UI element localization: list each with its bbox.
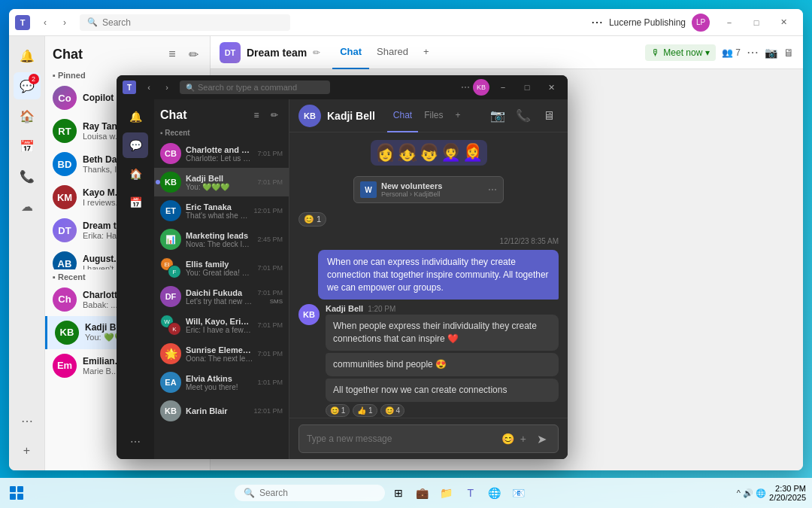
taskbar-taskview[interactable]: ⊞ [388, 482, 409, 503]
sidebar-item-calendar[interactable]: 📅 [14, 132, 41, 160]
taskbar-teams2[interactable]: T [460, 482, 481, 503]
dark-message-input[interactable] [307, 433, 495, 444]
chat-preview: You: Great idea! Let's go ahead and sche… [186, 269, 253, 277]
recv-avatar: KB [298, 304, 320, 325]
dark-minimize-button[interactable]: − [492, 79, 514, 96]
word-icon: W [360, 181, 377, 198]
emoji-icon[interactable]: 😊 [501, 433, 514, 445]
dark-new-chat-icon[interactable]: ✏ [266, 107, 283, 123]
sidebar-item-more[interactable]: ⋯ [14, 407, 41, 434]
tab-chat[interactable]: Chat [332, 36, 369, 69]
list-item[interactable]: CB Charlotte and Babak Charlotte: Let us… [154, 139, 289, 168]
dark-sidebar-more[interactable]: ⋯ [123, 429, 148, 455]
chat-name: Marketing leads [186, 231, 253, 240]
list-item[interactable]: KB Karin Blair 12:01 PM [154, 397, 289, 425]
tab-shared[interactable]: Shared [369, 36, 416, 69]
chat-panel-title: Chat [53, 47, 83, 62]
list-item[interactable]: EA Elvia Atkins Meet you there! 1:01 PM [154, 368, 289, 397]
sidebar-item-apps[interactable]: + [14, 437, 41, 464]
close-button[interactable]: ✕ [770, 12, 797, 33]
minimize-button[interactable]: − [716, 12, 743, 33]
dark-user-avatar[interactable]: KB [473, 79, 489, 96]
list-item[interactable]: 📊 Marketing leads Nova: The deck looks g… [154, 225, 289, 254]
back-button[interactable]: ‹ [36, 14, 54, 32]
sidebar-item-chat[interactable]: 💬 2 [14, 72, 41, 99]
list-item[interactable]: W K Will, Kayo, Eric, +4 Eric: I have a … [154, 311, 289, 339]
chat-info: Marketing leads Nova: The deck looks gre… [186, 231, 253, 248]
dark-video-icon[interactable]: 📷 [488, 106, 508, 126]
dark-maximize-button[interactable]: □ [517, 79, 538, 96]
taskbar-edge[interactable]: 🌐 [484, 482, 505, 503]
dark-sidebar-calendar[interactable]: 📅 [123, 190, 148, 215]
start-button[interactable] [6, 482, 27, 503]
chat-info: Will, Kayo, Eric, +4 Eric: I have a few … [186, 317, 253, 334]
meet-chevron-icon: ▾ [705, 47, 710, 58]
taskbar-search[interactable]: 🔍 [235, 485, 385, 501]
dark-sidebar-teams[interactable]: 🏠 [123, 161, 148, 187]
maximize-button[interactable]: □ [743, 12, 770, 33]
taskbar-explorer[interactable]: 📁 [436, 482, 457, 503]
search-input[interactable] [102, 17, 253, 28]
taskbar-teams[interactable]: 💼 [412, 482, 433, 503]
dark-chat-list: Chat ≡ ✏ ▪ Recent CB Charlotte and Babak… [154, 99, 289, 459]
dark-filter-icon[interactable]: ≡ [248, 107, 265, 123]
new-chat-icon[interactable]: ✏ [184, 45, 202, 63]
search-bar[interactable]: 🔍 [80, 14, 290, 31]
participants-count[interactable]: 👥 7 [722, 47, 741, 58]
dark-search-bar[interactable]: 🔍 [180, 81, 330, 94]
dark-tab-add[interactable]: + [450, 99, 467, 132]
avatar: KB [160, 172, 181, 193]
meet-now-button[interactable]: 🎙 Meet now ▾ [645, 44, 716, 61]
send-button[interactable]: ➤ [532, 430, 550, 448]
dark-sidebar-activity[interactable]: 🔔 [123, 104, 148, 129]
dark-more-icon[interactable]: ⋯ [461, 82, 470, 93]
tab-add[interactable]: + [416, 36, 437, 69]
add-icon[interactable]: + [520, 433, 526, 445]
sidebar-item-calls[interactable]: 📞 [14, 163, 41, 190]
more-options-icon[interactable]: ⋯ [747, 45, 759, 59]
card-more-icon[interactable]: ⋯ [488, 184, 497, 195]
reaction-1[interactable]: 😊 1 [326, 404, 350, 417]
forward-button[interactable]: › [56, 14, 74, 32]
list-item[interactable]: 🌟 Sunrise Elementary Volunteers Oona: Th… [154, 339, 289, 368]
chat-name: Eric Tanaka [186, 202, 249, 211]
filter-icon[interactable]: ≡ [163, 45, 181, 63]
dark-forward-button[interactable]: › [159, 79, 175, 96]
video-call-icon[interactable]: 📷 [765, 47, 777, 59]
dark-audio-icon[interactable]: 📞 [514, 106, 533, 126]
dark-search-input[interactable] [198, 83, 311, 92]
dark-screen-share-icon[interactable]: 🖥 [539, 106, 559, 126]
chat-time: 7:01 PM [257, 350, 283, 357]
dark-close-button[interactable]: ✕ [541, 79, 562, 96]
reaction-pill[interactable]: 😊 1 [298, 212, 326, 227]
card-container: W New volunteers Personal › KadjiBell ⋯ [298, 176, 559, 203]
taskbar-outlook[interactable]: 📧 [508, 482, 529, 503]
chat-preview: You: 💚💚💚 [186, 183, 253, 191]
list-item[interactable]: KB Kadji Bell You: 💚💚💚 7:01 PM [154, 168, 289, 196]
chat-time: 1:01 PM [257, 379, 283, 386]
dark-back-button[interactable]: ‹ [141, 79, 157, 96]
taskview-icon: ⊞ [394, 487, 403, 499]
dark-sidebar-chat[interactable]: 💬 [123, 132, 148, 158]
chat-info: Charlotte and Babak Charlotte: Let us we… [186, 145, 253, 163]
list-item[interactable]: El F Ellis family You: Great idea! Let's… [154, 254, 289, 282]
sidebar-item-teams[interactable]: 🏠 [14, 102, 41, 129]
more-options-icon[interactable]: ⋯ [591, 15, 603, 29]
reaction-3[interactable]: 😊 4 [380, 404, 404, 417]
user-avatar[interactable]: LP [692, 14, 710, 32]
list-item[interactable]: ET Eric Tanaka That's what she said 12:0… [154, 196, 289, 225]
received-message: KB Kadji Bell 1:20 PM When people expres… [298, 304, 559, 416]
taskbar-search-input[interactable] [259, 488, 372, 498]
reaction-2[interactable]: 👍 1 [353, 404, 377, 417]
sidebar-item-activity[interactable]: 🔔 [14, 42, 41, 69]
dark-tab-files[interactable]: Files [418, 99, 449, 132]
screen-share-icon[interactable]: 🖥 [783, 47, 794, 59]
list-item[interactable]: DF Daichi Fukuda Let's try that new plac… [154, 282, 289, 311]
dark-chat-icon: 💬 [129, 139, 142, 151]
emoji-strip-container: 👩 👧 👦 👩‍🦱 👩‍🦰 [298, 140, 559, 169]
message-card[interactable]: W New volunteers Personal › KadjiBell ⋯ [353, 176, 504, 203]
channel-edit-icon[interactable]: ✏ [313, 47, 320, 58]
emoji-face-4: 👩‍🦱 [441, 143, 461, 163]
dark-tab-chat[interactable]: Chat [387, 99, 418, 132]
sidebar-item-onedrive[interactable]: ☁ [14, 193, 41, 220]
